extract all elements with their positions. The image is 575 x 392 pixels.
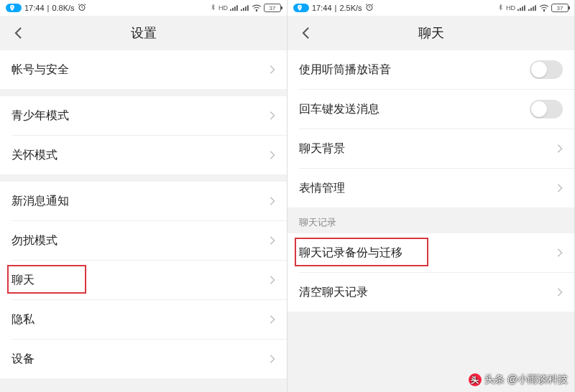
nav-bar: 聊天 (288, 16, 574, 50)
row-privacy[interactable]: 隐私 (0, 300, 287, 339)
row-label: 帐号与安全 (12, 62, 270, 78)
location-indicator (293, 4, 309, 12)
chevron-right-icon (270, 196, 275, 206)
back-button[interactable] (7, 16, 29, 50)
row-label: 新消息通知 (12, 194, 270, 209)
row-devices[interactable]: 设备 (0, 340, 287, 378)
svg-rect-7 (245, 6, 247, 11)
row-label: 聊天 (12, 273, 270, 288)
row-label: 表情管理 (299, 181, 557, 196)
chevron-right-icon (270, 275, 275, 285)
signal-bars-icon (230, 4, 239, 12)
svg-rect-8 (247, 5, 249, 11)
row-label: 青少年模式 (12, 108, 270, 123)
status-time: 17:44 (312, 4, 332, 12)
svg-rect-12 (520, 7, 521, 10)
chevron-right-icon (270, 354, 275, 364)
watermark: 头 头条 @小雨谈科技 (469, 373, 568, 386)
chevron-right-icon (557, 144, 563, 154)
row-chat[interactable]: 聊天 (0, 261, 287, 299)
wifi-icon (252, 4, 262, 13)
row-backup-migrate[interactable]: 聊天记录备份与迁移 (288, 233, 574, 272)
row-label: 清空聊天记录 (299, 285, 557, 300)
row-label: 使用听筒播放语音 (299, 62, 530, 78)
svg-point-19 (543, 10, 544, 11)
chevron-right-icon (270, 150, 275, 160)
svg-rect-2 (232, 7, 234, 10)
row-account-security[interactable]: 帐号与安全 (0, 50, 287, 89)
svg-rect-6 (243, 7, 244, 10)
chevron-right-icon (557, 287, 563, 297)
row-enter-send[interactable]: 回车键发送消息 (288, 90, 574, 129)
svg-point-9 (256, 10, 257, 11)
battery-icon: 37 (551, 4, 569, 12)
row-care-mode[interactable]: 关怀模式 (0, 136, 287, 174)
row-chat-background[interactable]: 聊天背景 (288, 129, 574, 168)
status-speed: 0.8K/s (52, 4, 74, 12)
toggle-switch[interactable] (530, 100, 563, 118)
row-emoji-manage[interactable]: 表情管理 (288, 169, 574, 207)
chevron-right-icon (557, 183, 563, 193)
chevron-right-icon (557, 248, 563, 258)
nav-bar: 设置 (0, 16, 287, 50)
row-label: 关怀模式 (12, 148, 270, 163)
svg-rect-14 (524, 5, 525, 11)
row-clear-history[interactable]: 清空聊天记录 (288, 273, 574, 312)
row-label: 勿扰模式 (12, 233, 270, 248)
chevron-right-icon (270, 235, 275, 246)
alarm-icon (78, 3, 86, 13)
alarm-icon (365, 3, 374, 13)
signal-bars-icon-2 (241, 4, 249, 12)
svg-rect-16 (530, 7, 532, 10)
row-label: 回车键发送消息 (299, 102, 530, 117)
bluetooth-icon (497, 3, 504, 13)
status-bar: 17:44 | 0.8K/s HD 37 (0, 0, 287, 16)
row-earpiece-audio[interactable]: 使用听筒播放语音 (288, 50, 574, 89)
chevron-right-icon (270, 314, 275, 325)
row-new-message-notify[interactable]: 新消息通知 (0, 182, 287, 220)
signal-bars-icon (518, 4, 526, 12)
row-label: 设备 (12, 352, 270, 367)
svg-rect-4 (236, 5, 238, 11)
row-label: 隐私 (12, 312, 270, 327)
page-title: 设置 (0, 24, 287, 42)
svg-rect-13 (522, 6, 523, 11)
status-bar: 17:44 | 2.5K/s HD 37 (288, 0, 574, 16)
signal-icon: HD (218, 4, 228, 11)
chevron-right-icon (270, 111, 275, 121)
chevron-right-icon (270, 65, 275, 75)
svg-rect-5 (241, 9, 242, 10)
section-header-history: 聊天记录 (288, 207, 574, 233)
watermark-text: 头条 @小雨谈科技 (484, 373, 568, 386)
page-title: 聊天 (288, 24, 574, 42)
chat-settings-panel: 17:44 | 2.5K/s HD 37 聊天 使用听筒播放语音 回车键 (288, 0, 575, 392)
battery-icon: 37 (264, 4, 281, 12)
svg-rect-18 (535, 5, 536, 11)
svg-rect-1 (230, 9, 231, 10)
signal-icon: HD (506, 4, 515, 11)
svg-rect-11 (518, 9, 519, 10)
row-label: 聊天记录备份与迁移 (299, 246, 557, 261)
location-indicator (6, 4, 22, 12)
row-youth-mode[interactable]: 青少年模式 (0, 96, 287, 135)
settings-panel: 17:44 | 0.8K/s HD 37 设置 帐号与安全 青少 (0, 0, 288, 392)
status-speed: 2.5K/s (339, 4, 362, 12)
row-dnd-mode[interactable]: 勿扰模式 (0, 221, 287, 260)
toggle-switch[interactable] (530, 60, 563, 79)
row-label: 聊天背景 (299, 141, 557, 157)
bluetooth-icon (210, 3, 216, 13)
status-time: 17:44 (24, 4, 45, 12)
back-button[interactable] (295, 16, 316, 50)
svg-rect-3 (234, 6, 236, 11)
svg-rect-17 (533, 6, 534, 11)
signal-bars-icon-2 (528, 4, 537, 12)
watermark-logo-icon: 头 (469, 373, 482, 386)
svg-rect-15 (528, 9, 530, 10)
wifi-icon (539, 4, 549, 13)
